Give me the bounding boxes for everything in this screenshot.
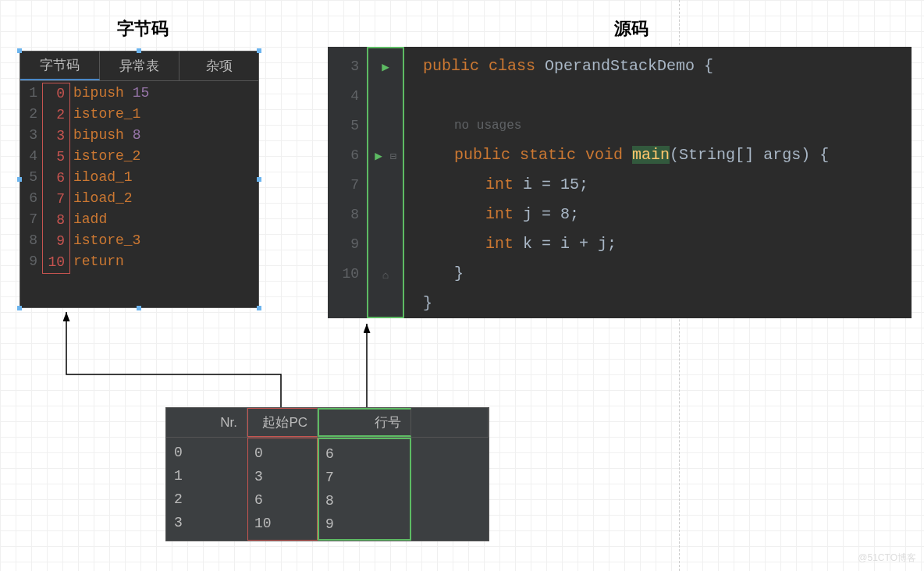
- cell: 3: [174, 511, 247, 534]
- resize-handle[interactable]: [17, 306, 22, 310]
- bytecode-body: 1 2 3 4 5 6 7 8 9 0 2 3 5 6 7 8 9 10 bip…: [20, 81, 258, 275]
- cell: 6: [254, 488, 317, 512]
- gutter-num: 7: [20, 209, 37, 230]
- instr-row: istore_3: [73, 230, 149, 251]
- instr-arg: 15: [133, 85, 150, 101]
- instr-arg: 8: [133, 127, 141, 143]
- cell: 10: [254, 512, 317, 535]
- gutter-num: 3: [20, 125, 37, 146]
- line-num: 3: [328, 51, 359, 81]
- run-icon[interactable]: ▶: [375, 150, 382, 164]
- fold-icon[interactable]: ⌂: [368, 261, 403, 290]
- instr-row: iload_2: [73, 188, 149, 209]
- fold-icon[interactable]: ⊟: [389, 151, 396, 163]
- gutter-num: 8: [20, 230, 37, 251]
- instr: istore_1: [73, 106, 140, 122]
- instr: return: [73, 254, 124, 269]
- th-nr: Nr.: [166, 408, 247, 437]
- source-code[interactable]: public class OperandStackDemo { no usage…: [404, 47, 912, 318]
- code-line: int i = 15;: [423, 170, 912, 200]
- instr-row: bipush 15: [73, 83, 149, 104]
- source-gutter-icons: ▶ ▶ ⊟ ⌂: [367, 47, 404, 318]
- cell: 3: [254, 465, 317, 488]
- source-panel: 3 4 5 6 7 8 9 10 ▶ ▶ ⊟ ⌂ public class Op…: [328, 47, 912, 318]
- line-num: 5: [328, 111, 359, 140]
- gutter-num: 5: [20, 167, 37, 188]
- line-table: Nr. 起始PC 行号 0 1 2 3 0 3 6 10 6 7 8 9: [165, 407, 489, 541]
- instr: iadd: [73, 211, 107, 227]
- instr-row: return: [73, 251, 149, 272]
- th-rest: [411, 408, 489, 437]
- run-icon[interactable]: ▶: [368, 53, 403, 83]
- cell: 9: [325, 512, 410, 536]
- instr: istore_2: [73, 148, 140, 164]
- instr: bipush: [73, 127, 124, 143]
- instr: iload_2: [73, 190, 133, 206]
- line-num: 10: [328, 259, 359, 289]
- pc-value: 3: [43, 126, 65, 147]
- tab-exception[interactable]: 异常表: [100, 51, 179, 80]
- code-line: }: [423, 259, 912, 289]
- source-body: 3 4 5 6 7 8 9 10 ▶ ▶ ⊟ ⌂ public class Op…: [328, 47, 912, 318]
- tab-misc[interactable]: 杂项: [179, 51, 258, 80]
- resize-handle[interactable]: [137, 306, 141, 310]
- table-body: 0 1 2 3 0 3 6 10 6 7 8 9: [166, 438, 489, 541]
- resize-handle[interactable]: [17, 177, 22, 182]
- pc-value: 5: [43, 147, 65, 168]
- resize-handle[interactable]: [257, 306, 261, 310]
- code-line: }: [423, 289, 912, 318]
- resize-handle[interactable]: [257, 48, 261, 53]
- line-num: 9: [328, 229, 359, 259]
- instr-row: istore_1: [73, 104, 149, 125]
- cell: 6: [325, 442, 410, 466]
- col-pc: 0 3 6 10: [247, 438, 318, 541]
- resize-handle[interactable]: [257, 177, 261, 182]
- gutter-num: 4: [20, 146, 37, 167]
- tab-bytecode[interactable]: 字节码: [20, 51, 100, 80]
- run-fold-row: ▶ ⊟: [368, 142, 403, 172]
- instr: istore_3: [73, 232, 140, 248]
- source-gutter: 3 4 5 6 7 8 9 10: [328, 47, 367, 318]
- col-nr: 0 1 2 3: [166, 438, 247, 541]
- cell: 2: [174, 488, 247, 511]
- gutter-num: 9: [20, 251, 37, 272]
- pc-value: 8: [43, 210, 65, 231]
- bytecode-tabs: 字节码 异常表 杂项: [20, 51, 258, 81]
- table-header: Nr. 起始PC 行号: [166, 408, 489, 438]
- pc-value: 7: [43, 189, 65, 210]
- th-pc: 起始PC: [247, 408, 318, 437]
- cell: 1: [174, 464, 247, 488]
- watermark: @51CTO博客: [858, 551, 916, 565]
- line-num: 6: [328, 140, 359, 170]
- code-line: public static void main(String[] args) {: [423, 140, 912, 170]
- bytecode-title: 字节码: [117, 17, 169, 41]
- source-title: 源码: [614, 17, 649, 41]
- usages-hint[interactable]: no usages: [423, 111, 912, 140]
- resize-handle[interactable]: [137, 48, 141, 53]
- line-num: 8: [328, 200, 359, 229]
- line-num: 7: [328, 170, 359, 200]
- code-line: int k = i + j;: [423, 229, 912, 259]
- code-line: public class OperandStackDemo {: [423, 51, 912, 81]
- resize-handle[interactable]: [17, 48, 22, 53]
- pc-value: 2: [43, 105, 65, 126]
- instr-row: bipush 8: [73, 125, 149, 146]
- cell: 0: [174, 441, 247, 464]
- gutter-num: 1: [20, 83, 37, 104]
- pc-value: 6: [43, 168, 65, 189]
- col-line: 6 7 8 9: [318, 438, 411, 541]
- gutter-num: 2: [20, 104, 37, 125]
- cell: 7: [325, 466, 410, 489]
- gutter-num: 6: [20, 188, 37, 209]
- instr-row: istore_2: [73, 146, 149, 167]
- instr-row: iload_1: [73, 167, 149, 188]
- instruction-column: bipush 15 istore_1 bipush 8 istore_2 ilo…: [70, 83, 149, 274]
- line-num: 4: [328, 81, 359, 111]
- cell: 0: [254, 442, 317, 465]
- pc-value: 9: [43, 231, 65, 252]
- instr-row: iadd: [73, 209, 149, 230]
- instr: bipush: [73, 85, 124, 101]
- pc-column: 0 2 3 5 6 7 8 9 10: [42, 83, 70, 274]
- instr: iload_1: [73, 169, 133, 185]
- code-line: int j = 8;: [423, 200, 912, 229]
